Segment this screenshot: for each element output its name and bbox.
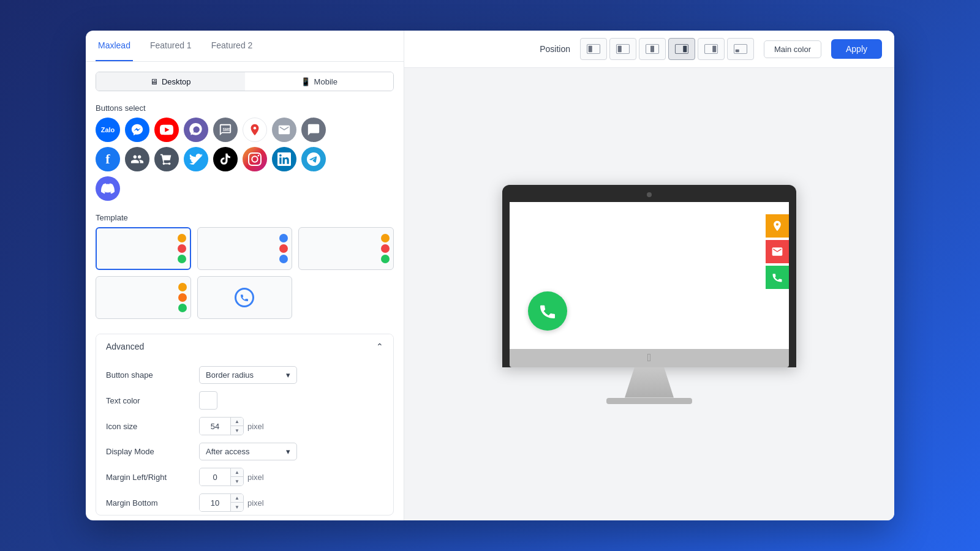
margin-lr-unit: pixel <box>247 473 264 482</box>
template-3[interactable] <box>298 227 394 270</box>
chevron-down-icon: ⌃ <box>376 342 383 351</box>
button-shape-control: Border radius ▾ <box>199 366 383 384</box>
btn-sms[interactable]: SMS <box>213 118 238 142</box>
svg-rect-2 <box>589 46 592 53</box>
template-grid <box>86 227 404 329</box>
imac-mockup:  <box>502 185 796 404</box>
pos-left-bottom[interactable] <box>609 38 636 60</box>
imac-screen <box>510 202 789 349</box>
btn-linkedin[interactable] <box>272 147 296 171</box>
mobile-btn[interactable]: 📱 Mobile <box>245 72 394 91</box>
advanced-header[interactable]: Advanced ⌃ <box>96 334 393 359</box>
icon-size-control: 54 ▲ ▼ pixel <box>199 417 383 435</box>
imac-base <box>606 398 692 404</box>
main-container: Maxlead Featured 1 Featured 2 🖥 Desktop … <box>86 31 894 520</box>
margin-lr-down[interactable]: ▼ <box>231 477 243 485</box>
screen-icon-location[interactable] <box>766 214 789 238</box>
pos-left-top[interactable] <box>580 38 607 60</box>
svg-rect-10 <box>712 46 716 53</box>
desktop-icon: 🖥 <box>150 77 158 86</box>
margin-bottom-unit: pixel <box>247 498 264 508</box>
btn-viber[interactable] <box>184 118 208 142</box>
position-icons <box>580 38 754 60</box>
button-shape-select[interactable]: Border radius ▾ <box>199 366 297 384</box>
advanced-body: Button shape Border radius ▾ Text color <box>96 359 393 515</box>
advanced-section: Advanced ⌃ Button shape Border radius ▾ <box>96 334 394 515</box>
svg-rect-12 <box>736 50 739 53</box>
imac-screen-outer:  <box>502 185 796 367</box>
button-shape-row: Button shape Border radius ▾ <box>106 366 383 384</box>
btn-chat[interactable] <box>301 118 326 142</box>
margin-lr-control: 0 ▲ ▼ pixel <box>199 468 383 486</box>
margin-lr-input[interactable]: 0 <box>200 469 230 485</box>
template-2[interactable] <box>197 227 293 270</box>
imac-camera <box>647 192 652 197</box>
margin-bottom-label: Margin Bottom <box>106 498 192 508</box>
btn-discord[interactable] <box>96 176 120 201</box>
svg-rect-6 <box>650 46 654 53</box>
buttons-grid: Zalo SMS f <box>86 118 404 211</box>
btn-maps[interactable] <box>243 118 267 142</box>
button-shape-value: Border radius <box>206 370 254 380</box>
margin-lr-label: Margin Left/Right <box>106 473 192 482</box>
chevron-icon: ▾ <box>286 370 290 380</box>
display-mode-control: After access ▾ <box>199 443 383 460</box>
btn-email[interactable] <box>272 118 296 142</box>
btn-instagram[interactable] <box>243 147 267 171</box>
screen-phone-button[interactable] <box>528 291 567 331</box>
icon-size-input[interactable]: 54 <box>200 418 230 435</box>
margin-bottom-input[interactable]: 10 <box>200 495 230 511</box>
margin-bottom-control: 10 ▲ ▼ pixel <box>199 493 383 512</box>
icon-size-down[interactable]: ▼ <box>231 426 243 435</box>
display-mode-row: Display Mode After access ▾ <box>106 443 383 460</box>
pos-right-top[interactable] <box>668 38 695 60</box>
btn-tiktok[interactable] <box>213 147 238 171</box>
icon-size-unit: pixel <box>247 422 264 431</box>
btn-messenger[interactable] <box>125 118 149 142</box>
template-4[interactable] <box>96 276 191 319</box>
btn-youtube[interactable] <box>154 118 179 142</box>
preview-area:  <box>404 68 894 520</box>
device-toggle: 🖥 Desktop 📱 Mobile <box>96 72 394 91</box>
btn-zalo[interactable]: Zalo <box>96 118 120 142</box>
tab-maxlead[interactable]: Maxlead <box>96 31 133 61</box>
btn-twitter[interactable] <box>184 147 208 171</box>
right-header: Position <box>404 31 894 68</box>
btn-telegram[interactable] <box>301 147 326 171</box>
margin-bottom-down[interactable]: ▼ <box>231 503 243 511</box>
screen-icon-mail[interactable] <box>766 240 789 263</box>
pos-center[interactable] <box>639 38 666 60</box>
icon-size-row: Icon size 54 ▲ ▼ pixel <box>106 417 383 435</box>
apple-logo:  <box>647 351 652 364</box>
svg-rect-8 <box>683 46 687 53</box>
btn-group[interactable] <box>125 147 149 171</box>
margin-bottom-up[interactable]: ▲ <box>231 494 243 503</box>
text-color-swatch[interactable] <box>199 391 217 410</box>
margin-bottom-row: Margin Bottom 10 ▲ ▼ pixel <box>106 493 383 512</box>
apply-button[interactable]: Apply <box>831 39 882 59</box>
icon-size-up[interactable]: ▲ <box>231 418 243 426</box>
screen-icon-phone[interactable] <box>766 266 789 289</box>
advanced-title: Advanced <box>106 342 144 351</box>
desktop-btn[interactable]: 🖥 Desktop <box>96 72 245 91</box>
margin-lr-row: Margin Left/Right 0 ▲ ▼ pixel <box>106 468 383 486</box>
btn-facebook[interactable]: f <box>96 147 120 171</box>
tab-featured1[interactable]: Featured 1 <box>148 31 194 61</box>
pos-bottom-right[interactable] <box>698 38 725 60</box>
display-mode-select[interactable]: After access ▾ <box>199 443 297 460</box>
icon-size-label: Icon size <box>106 422 192 431</box>
template-5[interactable] <box>197 276 293 319</box>
tab-featured2[interactable]: Featured 2 <box>209 31 255 61</box>
svg-rect-4 <box>618 46 622 53</box>
template-label: Template <box>86 211 404 227</box>
position-label: Position <box>540 44 570 54</box>
btn-cart[interactable] <box>154 147 179 171</box>
pos-bottom-left[interactable] <box>727 38 754 60</box>
main-color-button[interactable]: Main color <box>764 40 821 58</box>
icon-size-input-wrap: 54 ▲ ▼ <box>199 417 244 435</box>
display-mode-label: Display Mode <box>106 447 192 456</box>
template-1[interactable] <box>96 227 191 270</box>
desktop-label: Desktop <box>162 77 191 86</box>
text-color-row: Text color <box>106 391 383 410</box>
margin-lr-up[interactable]: ▲ <box>231 468 243 477</box>
